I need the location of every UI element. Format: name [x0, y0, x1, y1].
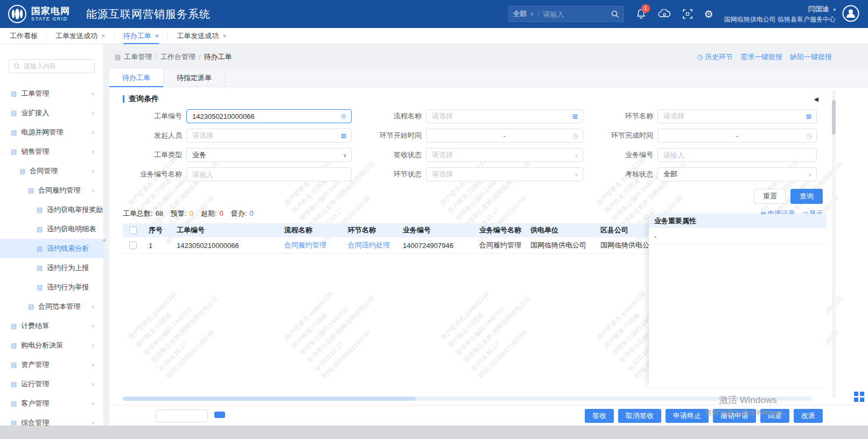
step-finish-time-picker[interactable]: - ◷ — [657, 129, 817, 143]
sidebar-item-label: 工单管理 — [21, 89, 49, 98]
action-button[interactable]: 申请终止 — [666, 409, 709, 423]
sidebar-item[interactable]: ▤销售管理∧ — [0, 142, 103, 161]
breadcrumb-item[interactable]: 工单管理 — [124, 53, 152, 61]
business-name-input-field[interactable] — [192, 171, 338, 179]
search-scope-select[interactable]: 全部 ∨ — [513, 9, 534, 19]
business-name-input[interactable] — [186, 167, 352, 181]
select-all-checkbox[interactable] — [129, 226, 137, 234]
chevron-down-icon: ∨ — [91, 91, 95, 96]
order-type-select[interactable]: 业务 ∨ — [186, 148, 352, 162]
breadcrumb-item[interactable]: 待办工单 — [204, 53, 232, 61]
list-icon[interactable]: ≡ — [572, 112, 578, 121]
global-search-input[interactable] — [543, 10, 610, 18]
search-button[interactable]: 查询 — [790, 189, 823, 204]
quick-link[interactable]: 需求一键提报 — [740, 52, 782, 62]
document-icon: ▤ — [11, 400, 17, 407]
fullscreen-button[interactable] — [683, 9, 692, 19]
close-icon[interactable]: × — [222, 32, 227, 40]
content-tabs: 待办工单 待指定派单 — [109, 69, 868, 87]
step-status-select[interactable]: 请选择 ∨ — [426, 167, 583, 181]
business-number-input[interactable] — [657, 148, 817, 162]
sidebar-item[interactable]: ▤运行管理∨ — [0, 374, 103, 394]
tab-pending-orders[interactable]: 待办工单 — [109, 69, 164, 87]
top-tab[interactable]: 工单发送成功× — [55, 28, 106, 44]
chevron-down-icon: ∨ — [91, 304, 95, 309]
assess-status-select[interactable]: 全部 ∨ — [657, 167, 817, 181]
action-button[interactable]: 签收 — [585, 409, 614, 423]
top-tab[interactable]: 待办工单× — [123, 28, 159, 44]
sidebar-item[interactable]: ▤电源并网管理∨ — [0, 123, 103, 142]
sidebar-item[interactable]: ▤资产管理∨ — [0, 355, 103, 374]
sidebar-item-label: 业扩接入 — [21, 108, 49, 118]
sidebar-item[interactable]: ▤违约窃电明细表 — [0, 220, 103, 239]
field-label: 环节完成时间 — [594, 131, 653, 140]
order-number-input[interactable]: ⊗ — [186, 109, 352, 123]
document-icon: ▤ — [37, 284, 43, 291]
process-name-select[interactable]: 请选择 ≡ — [426, 109, 583, 123]
list-icon[interactable]: ≡ — [806, 112, 812, 121]
vertical-scrollbar[interactable] — [832, 90, 836, 398]
vertical-scrollbar-thumb[interactable] — [832, 100, 836, 134]
grid-widget-icon[interactable] — [854, 392, 864, 402]
sidebar-item[interactable]: ▤业扩接入∨ — [0, 103, 103, 123]
order-number-input-field[interactable] — [192, 112, 338, 121]
search-icon[interactable] — [611, 10, 619, 18]
top-tab[interactable]: 工单发送成功× — [177, 28, 227, 44]
sidebar-search-input[interactable] — [24, 62, 90, 70]
action-button[interactable]: 撤销申请 — [713, 409, 756, 423]
top-tabbar: 工作看板工单发送成功×待办工单×工单发送成功× — [0, 28, 868, 44]
sidebar-item[interactable]: ▤违约窃电举报奖励 — [0, 200, 103, 220]
sidebar-item[interactable]: ▤违约行为上报 — [0, 258, 103, 278]
sidebar-item[interactable]: ▤违约线索分析 — [0, 239, 103, 258]
chevron-down-icon: ∨ — [91, 401, 95, 406]
sidebar-item[interactable]: ▤合同范本管理∨ — [0, 297, 103, 316]
chevron-down-icon: ∨ — [91, 343, 95, 348]
process-name-link[interactable]: 合同履约管理 — [284, 241, 326, 249]
close-icon[interactable]: × — [155, 32, 159, 40]
notifications-button[interactable]: 1 — [636, 9, 646, 19]
clear-icon[interactable]: ⊗ — [340, 112, 347, 121]
step-name-select[interactable]: 请选择 ≡ — [657, 109, 817, 123]
collapse-icon[interactable]: ◀ — [814, 96, 818, 103]
quick-links: ◷历史环节需求一键提报缺陷一键提报 — [690, 52, 832, 62]
quick-link[interactable]: ◷历史环节 — [697, 52, 733, 62]
sidebar-item[interactable]: ▤违约行为举报 — [0, 278, 103, 297]
quick-link[interactable]: 缺陷一键提报 — [790, 52, 832, 62]
action-button[interactable]: 取消签收 — [618, 409, 661, 423]
sidebar-item[interactable]: ▤客户管理∨ — [0, 394, 103, 413]
horizontal-scrollbar-thumb[interactable] — [123, 396, 416, 401]
sign-status-select[interactable]: 请选择 ∨ — [426, 148, 583, 162]
sidebar-item[interactable]: ▤计费结算∨ — [0, 316, 103, 336]
page-size-select[interactable] — [155, 409, 208, 422]
breadcrumb-item[interactable]: 工作台管理 — [160, 53, 195, 61]
cloud-sync-button[interactable] — [658, 9, 671, 19]
sidebar-item[interactable]: ▤合同管理∧ — [0, 161, 103, 181]
sidebar-item[interactable]: ▤合同履约管理∧ — [0, 181, 103, 200]
header-cell: 环节名称 — [342, 225, 397, 235]
row-cell: 国网临猗供电公司 — [595, 240, 649, 250]
horizontal-scrollbar[interactable] — [123, 396, 812, 401]
top-tab[interactable]: 工作看板 — [10, 28, 38, 44]
settings-button[interactable]: ⚙ — [704, 9, 713, 19]
sidebar-search[interactable] — [9, 59, 95, 73]
step-start-time-picker[interactable]: - ◷ — [426, 129, 583, 143]
business-number-input-field[interactable] — [663, 151, 803, 159]
reset-button[interactable]: 重置 — [754, 189, 786, 204]
sidebar-item-label: 违约线索分析 — [47, 244, 89, 253]
avatar[interactable] — [842, 5, 859, 24]
sidebar-item[interactable]: ▤购电分析决策∨ — [0, 336, 103, 355]
sidebar-item[interactable]: ▤工单管理∨ — [0, 84, 103, 103]
initiator-select[interactable]: 请选择 ≡ — [186, 129, 352, 143]
select-value: 全部 — [663, 169, 677, 179]
row-checkbox[interactable] — [129, 242, 137, 249]
tab-assign-orders[interactable]: 待指定派单 — [164, 69, 225, 87]
step-name-link[interactable]: 合同违约处理 — [348, 241, 390, 249]
page-button[interactable] — [214, 412, 225, 418]
sidebar-collapse-icon[interactable]: ◀ — [102, 238, 106, 243]
quick-link-label: 需求一键提报 — [740, 52, 782, 62]
action-button[interactable]: 改派 — [794, 409, 823, 423]
sidebar-item-label: 销售管理 — [21, 147, 49, 157]
user-menu[interactable]: 闫国迪 ▾ — [724, 4, 836, 14]
list-icon[interactable]: ≡ — [340, 131, 347, 140]
close-icon[interactable]: × — [101, 32, 106, 40]
